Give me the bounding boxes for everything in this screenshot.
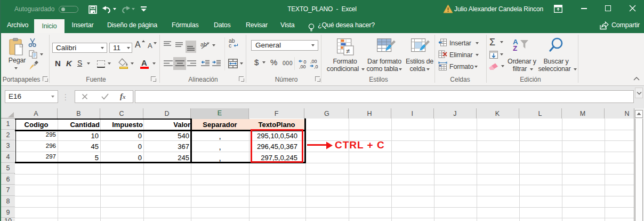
svg-text:,0: ,0 — [314, 64, 318, 69]
svg-text:Z: Z — [513, 44, 517, 51]
svg-text:,00: ,00 — [299, 64, 306, 69]
svg-text:c: c — [229, 42, 231, 48]
svg-text:≠: ≠ — [346, 47, 350, 55]
svg-text:,00: ,00 — [310, 59, 317, 64]
